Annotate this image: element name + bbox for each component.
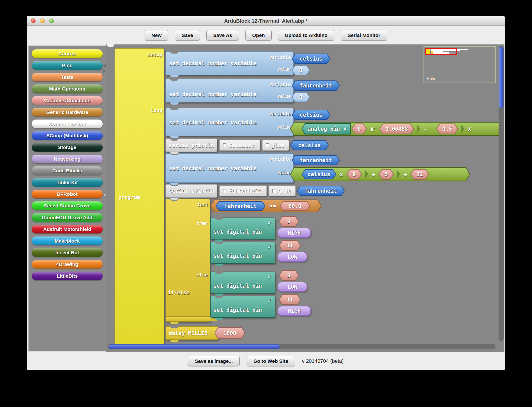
value-slot[interactable]: 0 [292, 65, 310, 75]
minimap[interactable]: Main [424, 46, 495, 83]
variable-tag[interactable]: fahrenheit [297, 186, 345, 196]
sidebar-item-tinkerkit[interactable]: TinkerKit [32, 178, 103, 187]
variable-tag[interactable]: celsius [292, 54, 331, 64]
sidebar-item-communication[interactable]: Communication [32, 119, 103, 128]
expand-right-icon[interactable] [103, 69, 106, 73]
sidebar-item-4drawing[interactable]: 4Drawing [32, 260, 103, 268]
math-expression-block[interactable]: celsius x 9 ÷ 5 + 32 [290, 167, 470, 181]
vertical-scrollbar-thumb[interactable] [499, 47, 503, 108]
pin-state-slot[interactable]: LOW [278, 282, 307, 292]
title-bar[interactable]: ArduBlock 12-Thermal_Alert.abp * [27, 16, 505, 26]
sidebar-item-duinoedu-grove-add[interactable]: DuinoEDU Grove Add [32, 213, 103, 222]
set-digital-pin-block[interactable]: set digital pin # [210, 296, 275, 318]
multiply-operator[interactable]: x [468, 125, 471, 132]
set-decimal-variable-block[interactable]: set decimal number variable variable val… [166, 153, 294, 183]
gte-operator[interactable]: >= [269, 203, 276, 209]
pin-state-slot[interactable]: LOW [278, 252, 307, 262]
splitter-handle[interactable] [104, 194, 106, 196]
message-slot[interactable]: Celsius: [219, 140, 260, 151]
sidebar-item-code-blocks[interactable]: Code Blocks [32, 166, 103, 175]
sidebar-item-variables-constants[interactable]: Variables/Constants [32, 96, 103, 105]
serial-println-block[interactable]: serial println [166, 184, 217, 198]
variable-tag[interactable]: celsius [302, 169, 336, 180]
math-expression-block[interactable]: analog pin # 0 x▽ 0.00488 - 0.5 x [290, 122, 504, 136]
comparison-block[interactable]: fahrenheit >= 80.0 [210, 200, 322, 212]
analog-pin-block[interactable]: analog pin # [302, 123, 351, 134]
constant-slot[interactable]: 5 [379, 169, 394, 180]
delay-value-slot[interactable]: 1000 [214, 327, 245, 339]
string-icon [223, 143, 226, 147]
serial-monitor-button[interactable]: Serial Monitor [341, 30, 387, 40]
message-slot[interactable]: Fahrenheit: [219, 186, 267, 196]
window-title: ArduBlock 12-Thermal_Alert.abp * [27, 18, 505, 24]
multiply-operator[interactable]: x [340, 171, 343, 178]
loop-label: loop [139, 108, 162, 113]
value-label: value [277, 125, 291, 130]
constant-slot[interactable]: 9 [347, 169, 362, 180]
variable-tag[interactable]: celsius [290, 140, 329, 150]
set-decimal-variable-block[interactable]: set decimal number variable variable val… [166, 108, 294, 136]
upload-to-arduino-button[interactable]: Upload to Arduino [278, 30, 334, 40]
glue-block[interactable]: glue [269, 186, 296, 196]
horizontal-scrollbar-thumb[interactable] [109, 344, 280, 349]
constant-slot[interactable]: 32 [410, 169, 429, 180]
delay-millis-block[interactable]: delay MILLIS [166, 326, 218, 340]
sidebar-item-storage[interactable]: Storage [32, 143, 103, 152]
sidebar-item-pins[interactable]: Pins [32, 61, 103, 70]
pin-number-slot[interactable]: 9 [279, 270, 299, 281]
sidebar-item-networking[interactable]: Networking [32, 155, 103, 163]
save-as-button[interactable]: Save As [206, 30, 239, 40]
sidebar-item-adafruit-motorshield[interactable]: Adafruit Motorshield [32, 225, 103, 234]
variable-tag[interactable]: fahrenheit [292, 155, 340, 165]
open-button[interactable]: Open [245, 30, 272, 40]
set-digital-pin-block[interactable]: set digital pin # [210, 218, 275, 240]
sidebar-item-generic-hardware[interactable]: Generic Hardware [32, 108, 103, 117]
variable-tag[interactable]: celsius [292, 110, 331, 120]
set-decimal-variable-block[interactable]: set decimal number variable variable val… [166, 51, 294, 75]
pin-number-slot[interactable]: 0 [351, 124, 367, 134]
pin-hash-label: # [344, 126, 346, 132]
save-as-image-button[interactable]: Save as image... [188, 356, 240, 366]
set-digital-pin-block[interactable]: set digital pin # [210, 272, 275, 294]
pin-state-slot[interactable]: HIGH [278, 306, 311, 316]
sidebar-item-seeed-studio-grove[interactable]: Seeed Studio Grove [32, 201, 103, 210]
constant-slot[interactable]: 0.00488 [379, 124, 414, 134]
sidebar-item-dfrobot[interactable]: DFRobot [32, 190, 103, 198]
pin-state-slot[interactable]: HIGH [278, 228, 311, 238]
constant-slot[interactable]: 80.0 [280, 201, 310, 211]
variable-tag[interactable]: fahrenheit [215, 201, 266, 211]
divide-operator[interactable]: ÷ [372, 171, 375, 178]
minus-operator[interactable]: - [424, 125, 427, 132]
set-digital-pin-block[interactable]: set digital pin # [210, 242, 275, 264]
go-to-web-site-button[interactable]: Go to Web Site [247, 356, 295, 366]
minimap-viewport[interactable] [425, 48, 457, 55]
serial-println-block[interactable]: serial println [166, 139, 217, 152]
pin-number-slot[interactable]: 11 [279, 240, 301, 251]
dropdown-icon[interactable]: ▽ [373, 125, 375, 130]
pin-number-slot[interactable]: 9 [279, 216, 299, 227]
set-decimal-variable-block[interactable]: set decimal number variable variable val… [166, 78, 294, 102]
sidebar-item-scoop-multitask[interactable]: SCoop (Multitask) [32, 131, 103, 140]
block-canvas[interactable]: setup loop program set decimal number va… [106, 44, 504, 352]
sidebar-item-insect-bot[interactable]: Insect Bot [32, 248, 103, 257]
if-else-bottom-arm[interactable] [166, 316, 217, 321]
save-button[interactable]: Save [175, 30, 200, 40]
pin-number-slot[interactable]: 11 [279, 294, 301, 305]
if-else-block[interactable] [166, 199, 210, 322]
value-label: value [277, 170, 291, 175]
collapse-left-icon[interactable] [103, 64, 106, 68]
glue-block[interactable]: glue [262, 140, 289, 151]
sidebar-item-control[interactable]: Control [32, 49, 103, 58]
multiply-operator[interactable]: x▽ [370, 125, 376, 132]
sidebar-item-makeblock[interactable]: Makeblock [32, 236, 103, 245]
sidebar-item-tests[interactable]: Tests [32, 73, 103, 81]
canvas-top-tab[interactable] [107, 44, 114, 47]
sidebar-item-math-operators[interactable]: Math Operators [32, 85, 103, 93]
value-slot[interactable]: 0 [292, 92, 310, 102]
block-label: serial println [169, 142, 214, 148]
plus-operator[interactable]: + [403, 171, 407, 178]
new-button[interactable]: New [145, 30, 168, 40]
constant-slot[interactable]: 0.5 [436, 124, 458, 134]
sidebar-item-littlebits[interactable]: LittleBits [32, 272, 103, 280]
variable-tag[interactable]: fahrenheit [292, 80, 340, 91]
